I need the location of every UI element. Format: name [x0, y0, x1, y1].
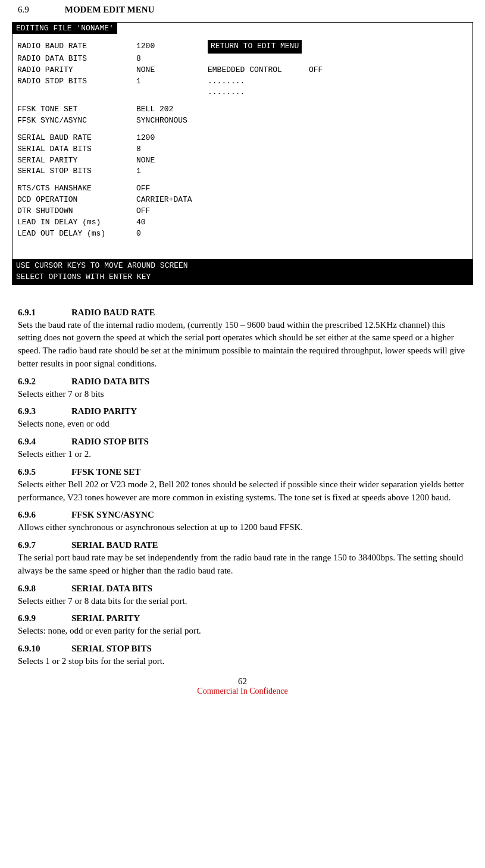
t-value-radio-data-bits: 8 [136, 54, 208, 65]
section-body-6-9-3: Selects none, even or odd [18, 418, 467, 431]
t-dots2: ........ [208, 87, 309, 98]
section-num-6-9-9: 6.9.9 [18, 613, 71, 623]
section-num-6-9-7: 6.9.7 [18, 540, 71, 550]
section-6-9-7: 6.9.7 SERIAL BAUD RATE The serial port b… [18, 540, 467, 578]
section-header-6-9-4: 6.9.4 RADIO STOP BITS [18, 437, 467, 447]
terminal-row-serial-stop-bits: SERIAL STOP BITS 1 [17, 166, 468, 177]
section-title-6-9-3: RADIO PARITY [71, 406, 137, 416]
section-6-9-2: 6.9.2 RADIO DATA BITS Selects either 7 o… [18, 377, 467, 401]
section-body-6-9-9: Selects: none, odd or even parity for th… [18, 625, 467, 638]
t-value-dcd: CARRIER+DATA [136, 195, 208, 206]
section-number: 6.9 [18, 5, 29, 15]
section-title-6-9-10: SERIAL STOP BITS [71, 644, 152, 654]
t-label-dtr: DTR SHUTDOWN [17, 206, 136, 217]
t-value-serial-parity: NONE [136, 155, 208, 167]
section-header-6-9-10: 6.9.10 SERIAL STOP BITS [18, 644, 467, 654]
t-value-dtr: OFF [136, 206, 208, 217]
terminal-row-lead-in: LEAD IN DELAY (ms) 40 [17, 217, 468, 228]
section-6-9-5: 6.9.5 FFSK TONE SET Selects either Bell … [18, 467, 467, 504]
section-header-6-9-3: 6.9.3 RADIO PARITY [18, 406, 467, 416]
t-value-serial-baud: 1200 [136, 133, 208, 144]
section-title-6-9-4: RADIO STOP BITS [71, 437, 149, 447]
section-header-6-9-7: 6.9.7 SERIAL BAUD RATE [18, 540, 467, 550]
terminal-row-dtr: DTR SHUTDOWN OFF [17, 206, 468, 217]
terminal-block: EDITING FILE 'NONAME' RADIO BAUD RATE 12… [12, 22, 473, 285]
section-body-6-9-2: Selects either 7 or 8 bits [18, 388, 467, 401]
section-6-9-10: 6.9.10 SERIAL STOP BITS Selects 1 or 2 s… [18, 644, 467, 668]
section-6-9-4: 6.9.4 RADIO STOP BITS Selects either 1 o… [18, 437, 467, 461]
section-title-6-9-6: FFSK SYNC/ASYNC [71, 510, 154, 520]
t-label-embedded-control: EMBEDDED CONTROL [208, 65, 309, 76]
terminal-row-radio-data-bits: RADIO DATA BITS 8 [17, 54, 468, 65]
terminal-body: RADIO BAUD RATE 1200 RETURN TO EDIT MENU… [12, 34, 473, 259]
t-value-embedded-control: OFF [309, 65, 323, 76]
section-body-6-9-8: Selects either 7 or 8 data bits for the … [18, 595, 467, 608]
section-6-9-8: 6.9.8 SERIAL DATA BITS Selects either 7 … [18, 584, 467, 608]
t-value-radio-stop-bits: 1 [136, 76, 208, 87]
section-body-6-9-7: The serial port baud rate may be set ind… [18, 551, 467, 578]
section-header-6-9-2: 6.9.2 RADIO DATA BITS [18, 377, 467, 387]
t-value-radio-parity: NONE [136, 65, 208, 76]
section-num-6-9-10: 6.9.10 [18, 644, 71, 654]
terminal-footer-line2: SELECT OPTIONS WITH ENTER KEY [16, 271, 469, 283]
document-sections: 6.9.1 RADIO BAUD RATE Sets the baud rate… [0, 291, 485, 668]
terminal-row-lead-out: LEAD OUT DELAY (ms) 0 [17, 228, 468, 240]
t-value-ffsk-tone: BELL 202 [136, 104, 208, 115]
section-num-6-9-2: 6.9.2 [18, 377, 71, 387]
section-6-9-9: 6.9.9 SERIAL PARITY Selects: none, odd o… [18, 613, 467, 638]
t-value-serial-data-bits: 8 [136, 144, 208, 155]
terminal-row-dots2: ........ [17, 87, 468, 98]
terminal-row-serial-parity: SERIAL PARITY NONE [17, 155, 468, 167]
terminal-footer-line1: USE CURSOR KEYS TO MOVE AROUND SCREEN [16, 260, 469, 272]
section-title-6-9-7: SERIAL BAUD RATE [71, 540, 158, 550]
t-label-ffsk-sync: FFSK SYNC/ASYNC [17, 115, 136, 127]
t-value-ffsk-sync: SYNCHRONOUS [136, 115, 208, 127]
section-header-6-9-9: 6.9.9 SERIAL PARITY [18, 613, 467, 623]
t-label-radio-parity: RADIO PARITY [17, 65, 136, 76]
terminal-row-dcd: DCD OPERATION CARRIER+DATA [17, 195, 468, 206]
t-label-rts-cts: RTS/CTS HANSHAKE [17, 183, 136, 195]
section-title-6-9-9: SERIAL PARITY [71, 613, 140, 623]
t-value-lead-out: 0 [136, 228, 208, 240]
return-to-edit-menu-button[interactable]: RETURN TO EDIT MENU [208, 40, 302, 54]
t-label-lead-out: LEAD OUT DELAY (ms) [17, 228, 136, 240]
terminal-row-radio-parity: RADIO PARITY NONE EMBEDDED CONTROL OFF [17, 65, 468, 76]
t-label-serial-parity: SERIAL PARITY [17, 155, 136, 167]
section-num-6-9-8: 6.9.8 [18, 584, 71, 594]
section-header-6-9-5: 6.9.5 FFSK TONE SET [18, 467, 467, 477]
section-body-6-9-4: Selects either 1 or 2. [18, 448, 467, 461]
section-num-6-9-1: 6.9.1 [18, 308, 71, 318]
terminal-editing-header: EDITING FILE 'NONAME' [12, 23, 117, 34]
page-title: MODEM EDIT MENU [65, 5, 155, 15]
section-6-9-3: 6.9.3 RADIO PARITY Selects none, even or… [18, 406, 467, 431]
t-label-dcd: DCD OPERATION [17, 195, 136, 206]
t-label-serial-data-bits: SERIAL DATA BITS [17, 144, 136, 155]
t-label-radio-data-bits: RADIO DATA BITS [17, 54, 136, 65]
section-header-6-9-8: 6.9.8 SERIAL DATA BITS [18, 584, 467, 594]
t-value-lead-in: 40 [136, 217, 208, 228]
section-num-6-9-5: 6.9.5 [18, 467, 71, 477]
section-body-6-9-1: Sets the baud rate of the internal radio… [18, 319, 467, 371]
section-6-9-1: 6.9.1 RADIO BAUD RATE Sets the baud rate… [18, 308, 467, 371]
section-header-6-9-6: 6.9.6 FFSK SYNC/ASYNC [18, 510, 467, 520]
section-body-6-9-5: Selects either Bell 202 or V23 mode 2, B… [18, 478, 467, 504]
section-title-6-9-2: RADIO DATA BITS [71, 377, 149, 387]
t-dots1: ........ [208, 76, 309, 87]
page-header: 6.9 MODEM EDIT MENU [0, 0, 485, 18]
terminal-row-ffsk-sync: FFSK SYNC/ASYNC SYNCHRONOUS [17, 115, 468, 127]
section-6-9-6: 6.9.6 FFSK SYNC/ASYNC Allows either sync… [18, 510, 467, 534]
t-label-radio-baud: RADIO BAUD RATE [17, 41, 136, 52]
terminal-row-serial-data-bits: SERIAL DATA BITS 8 [17, 144, 468, 155]
terminal-row-rts-cts: RTS/CTS HANSHAKE OFF [17, 183, 468, 195]
t-label-radio-stop-bits: RADIO STOP BITS [17, 76, 136, 87]
section-title-6-9-8: SERIAL DATA BITS [71, 584, 152, 594]
section-title-6-9-1: RADIO BAUD RATE [71, 308, 155, 318]
section-title-6-9-5: FFSK TONE SET [71, 467, 140, 477]
t-value-radio-baud: 1200 [136, 41, 208, 52]
t-label-serial-baud: SERIAL BAUD RATE [17, 133, 136, 144]
t-label-lead-in: LEAD IN DELAY (ms) [17, 217, 136, 228]
terminal-row-radio-baud: RADIO BAUD RATE 1200 RETURN TO EDIT MENU [17, 40, 468, 54]
section-num-6-9-4: 6.9.4 [18, 437, 71, 447]
terminal-row-ffsk-tone: FFSK TONE SET BELL 202 [17, 104, 468, 115]
section-num-6-9-3: 6.9.3 [18, 406, 71, 416]
